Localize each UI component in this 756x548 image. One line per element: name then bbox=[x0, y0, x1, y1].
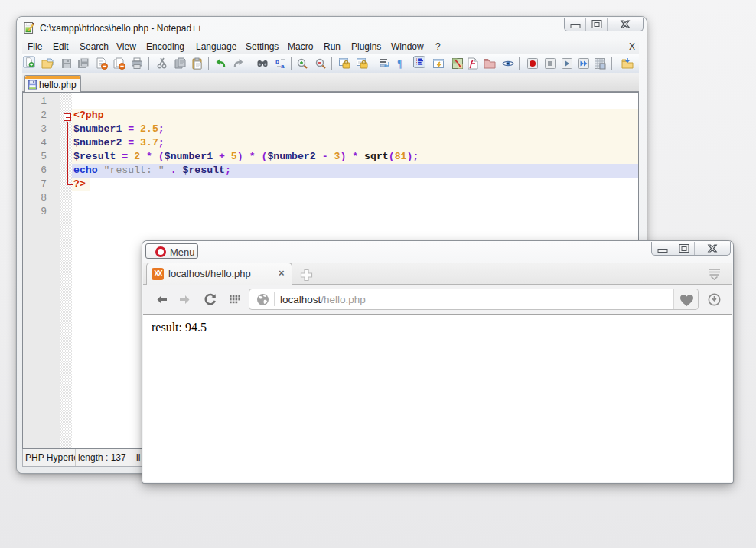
svg-text:b: b bbox=[275, 58, 279, 65]
svg-text:a: a bbox=[281, 63, 285, 70]
svg-text:¶: ¶ bbox=[397, 58, 403, 70]
